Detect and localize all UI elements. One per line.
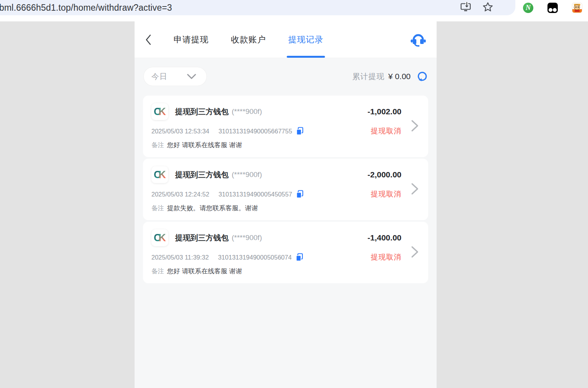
withdraw-record-card[interactable]: CK 提现到三方钱包 (****900f) -1,002.00 2025/05/… (143, 96, 428, 157)
record-datetime: 2025/05/03 12:24:52 (151, 191, 209, 198)
tab-apply-withdraw[interactable]: 申请提现 (174, 21, 209, 58)
address-bar[interactable]: bml.6666h5d1.top/home/withdraw?active=3 (0, 0, 515, 15)
extension-monkey-icon[interactable] (572, 3, 582, 13)
record-status: 提现取消 (371, 252, 401, 262)
record-amount: -1,002.00 (367, 107, 401, 116)
bookmark-star-icon[interactable] (482, 2, 493, 14)
record-title: 提现到三方钱包 (175, 107, 229, 117)
remark-text: 您好 请联系在线客服 谢谢 (167, 267, 242, 276)
withdraw-record-list: CK 提现到三方钱包 (****900f) -1,002.00 2025/05/… (143, 96, 428, 283)
remark-label: 备注 (151, 267, 164, 276)
withdraw-record-card[interactable]: CK 提现到三方钱包 (****900f) -2,000.00 2025/05/… (143, 159, 428, 220)
copy-icon (296, 127, 304, 135)
tab-withdraw-records[interactable]: 提现记录 (288, 21, 323, 58)
chevron-right-icon[interactable] (411, 245, 419, 260)
copy-icon (296, 190, 304, 198)
chevron-right-icon[interactable] (411, 182, 419, 197)
period-filter-dropdown[interactable]: 今日 (144, 67, 206, 86)
refresh-button[interactable] (417, 71, 428, 82)
url-text[interactable]: bml.6666h5d1.top/home/withdraw?active=3 (0, 3, 172, 13)
customer-service-button[interactable] (411, 33, 426, 47)
record-datetime: 2025/05/03 11:39:32 (151, 254, 209, 261)
save-to-device-icon[interactable] (460, 2, 471, 13)
record-account: (****900f) (232, 234, 262, 242)
refresh-icon (417, 71, 428, 82)
extension-dark-dots-icon[interactable] (547, 3, 558, 13)
tab-payee-account[interactable]: 收款账户 (231, 21, 266, 58)
total-withdraw-label: 累计提现 (352, 71, 385, 82)
record-title: 提现到三方钱包 (175, 170, 229, 180)
page-background: 申请提现 收款账户 提现记录 (0, 21, 588, 388)
tab-label: 申请提现 (174, 34, 209, 45)
remark-label: 备注 (151, 204, 164, 213)
record-amount: -1,400.00 (367, 233, 401, 242)
tab-label: 提现记录 (288, 34, 323, 45)
record-order-id: 310131319490005450557 (218, 191, 292, 198)
record-account: (****900f) (232, 170, 262, 179)
copy-order-id-button[interactable] (296, 190, 304, 198)
active-tab-underline (287, 56, 325, 58)
ck-wallet-logo: CK (151, 166, 168, 183)
record-title: 提现到三方钱包 (175, 233, 229, 243)
browser-toolbar: bml.6666h5d1.top/home/withdraw?active=3 … (0, 0, 588, 21)
filter-row: 今日 累计提现 ¥ 0.00 (144, 67, 428, 86)
total-withdraw-summary: 累计提现 ¥ 0.00 (352, 71, 428, 82)
remark-label: 备注 (151, 141, 164, 149)
record-order-id: 310131319490005667755 (218, 128, 292, 135)
remark-text: 提款失败。请您联系客服。谢谢 (167, 204, 258, 213)
record-status: 提现取消 (371, 189, 401, 199)
withdraw-record-card[interactable]: CK 提现到三方钱包 (****900f) -1,400.00 2025/05/… (143, 222, 428, 283)
chevron-down-icon (187, 73, 197, 80)
withdraw-app: 申请提现 收款账户 提现记录 (135, 21, 437, 388)
record-amount: -2,000.00 (367, 170, 401, 179)
ck-wallet-logo: CK (151, 103, 168, 120)
record-status: 提现取消 (371, 126, 401, 136)
tab-label: 收款账户 (231, 34, 266, 45)
total-withdraw-amount: ¥ 0.00 (388, 72, 411, 81)
record-datetime: 2025/05/03 12:53:34 (151, 128, 209, 135)
app-header: 申请提现 收款账户 提现记录 (135, 21, 437, 58)
headset-icon (411, 33, 426, 47)
chevron-right-icon[interactable] (411, 119, 419, 134)
copy-icon (296, 253, 303, 261)
record-order-id: 310131319490005056074 (218, 254, 292, 261)
copy-order-id-button[interactable] (296, 127, 304, 135)
ck-wallet-logo: CK (151, 229, 168, 246)
period-filter-value: 今日 (151, 71, 167, 82)
tab-bar: 申请提现 收款账户 提现记录 (174, 21, 323, 58)
back-button[interactable] (145, 32, 155, 47)
remark-text: 您好 请联系在线客服 谢谢 (167, 141, 242, 149)
record-account: (****900f) (232, 107, 262, 116)
copy-order-id-button[interactable] (296, 253, 303, 261)
extension-n-icon[interactable]: N (523, 3, 533, 13)
